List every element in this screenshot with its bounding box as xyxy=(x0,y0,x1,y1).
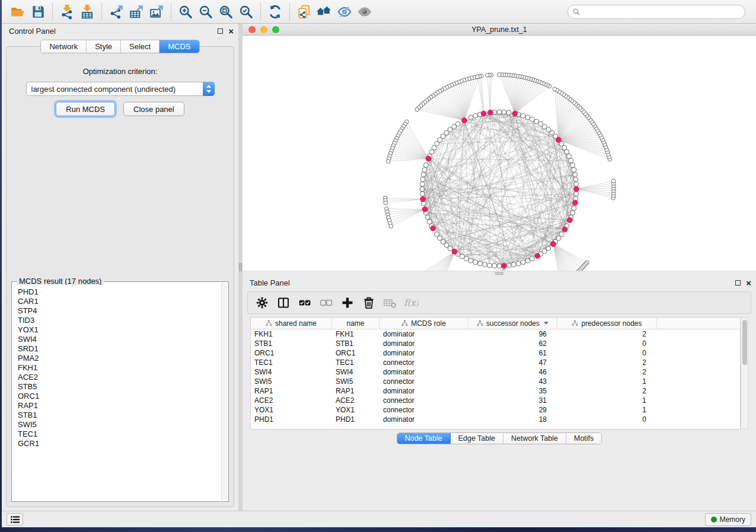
splitter-grip[interactable] xyxy=(239,263,242,271)
mcds-result-item[interactable]: SWI5 xyxy=(18,420,216,430)
table-row[interactable]: YOX1YOX1connector291 xyxy=(251,405,740,415)
table-cell[interactable]: SWI5 xyxy=(332,377,379,386)
mcds-result-item[interactable]: RAP1 xyxy=(18,401,216,411)
table-cell[interactable]: connector xyxy=(379,405,468,415)
mcds-result-item[interactable]: FKH1 xyxy=(18,363,216,373)
add-column-button[interactable] xyxy=(338,294,357,312)
open-file-button[interactable] xyxy=(8,3,28,21)
tab-edge-table[interactable]: Edge Table xyxy=(451,433,503,444)
table-cell[interactable]: 35 xyxy=(468,386,557,396)
float-panel-icon[interactable] xyxy=(735,280,741,286)
table-settings-button[interactable] xyxy=(253,294,272,312)
table-cell[interactable]: STB1 xyxy=(251,339,332,348)
network-view[interactable]: .cl{stroke:#b9b9b9;stroke-width:.6;opaci… xyxy=(243,36,756,271)
table-cell[interactable]: 2 xyxy=(557,386,657,396)
table-cell[interactable]: 62 xyxy=(468,339,557,348)
table-cell[interactable]: FKH1 xyxy=(332,329,379,339)
column-header-predecessor-nodes[interactable]: predecessor nodes xyxy=(557,318,657,329)
mcds-result-item[interactable]: PHD1 xyxy=(18,287,216,297)
task-history-button[interactable] xyxy=(7,513,23,525)
network-graph[interactable]: .cl{stroke:#b9b9b9;stroke-width:.6;opaci… xyxy=(243,36,756,271)
export-table-button[interactable] xyxy=(126,3,146,21)
table-row[interactable]: SWI5SWI5connector431 xyxy=(251,377,740,386)
table-cell[interactable]: 43 xyxy=(468,377,557,386)
table-cell[interactable]: 29 xyxy=(468,405,557,415)
table-cell[interactable]: dominator xyxy=(379,386,468,396)
close-panel-icon[interactable]: × xyxy=(746,280,751,287)
table-cell[interactable]: ORC1 xyxy=(251,348,332,358)
table-cell[interactable]: TEC1 xyxy=(332,358,379,367)
table-cell[interactable]: dominator xyxy=(379,329,468,339)
table-cell[interactable]: 1 xyxy=(557,396,657,405)
table-cell[interactable] xyxy=(657,329,741,339)
table-cell[interactable]: 0 xyxy=(557,339,657,348)
optimization-dropdown[interactable]: largest connected component (undirected) xyxy=(26,82,215,96)
show-all-button[interactable] xyxy=(355,3,375,21)
table-cell[interactable]: 2 xyxy=(557,329,657,339)
first-neighbors-button[interactable] xyxy=(314,3,334,21)
table-row[interactable]: FKH1FKH1dominator962 xyxy=(251,329,740,339)
table-cell[interactable]: SWI4 xyxy=(251,367,332,377)
zoom-selected-button[interactable] xyxy=(236,3,256,21)
delete-columns-button[interactable] xyxy=(359,294,378,312)
export-network-button[interactable] xyxy=(106,3,126,21)
mcds-result-item[interactable]: PMA2 xyxy=(18,354,216,363)
table-cell[interactable]: dominator xyxy=(379,415,468,424)
select-all-button[interactable] xyxy=(295,294,314,312)
table-cell[interactable]: dominator xyxy=(379,348,468,358)
run-mcds-button[interactable]: Run MCDS xyxy=(56,102,115,116)
table-cell[interactable]: TEC1 xyxy=(251,358,332,367)
deselect-all-button[interactable] xyxy=(317,294,336,312)
save-session-button[interactable] xyxy=(28,3,48,21)
mcds-result-item[interactable]: TEC1 xyxy=(18,430,216,439)
table-cell[interactable]: 18 xyxy=(468,415,557,424)
close-panel-button[interactable]: Close panel xyxy=(123,102,184,116)
tab-network[interactable]: Network xyxy=(41,40,87,53)
table-cell[interactable] xyxy=(657,386,741,396)
mcds-result-item[interactable]: GCR1 xyxy=(18,439,216,448)
table-cell[interactable]: SWI4 xyxy=(332,367,379,377)
column-header-shared-name[interactable]: shared name xyxy=(251,318,332,329)
mcds-list-scrollbar[interactable] xyxy=(221,283,227,500)
table-cell[interactable]: 0 xyxy=(557,415,657,424)
table-cell[interactable]: ACE2 xyxy=(332,396,379,405)
import-table-button[interactable] xyxy=(77,3,97,21)
table-cell[interactable]: RAP1 xyxy=(251,386,332,396)
table-cell[interactable]: dominator xyxy=(379,339,468,348)
hide-selected-button[interactable] xyxy=(334,3,355,21)
table-cell[interactable]: 96 xyxy=(468,329,557,339)
column-header-successor-nodes[interactable]: successor nodes xyxy=(468,318,557,329)
scrollbar-thumb[interactable] xyxy=(742,320,747,365)
mcds-result-item[interactable]: CAR1 xyxy=(18,297,216,306)
table-cell[interactable]: PHD1 xyxy=(251,415,332,424)
vertical-splitter[interactable] xyxy=(238,24,243,511)
table-cell[interactable]: 1 xyxy=(557,377,657,386)
table-row[interactable]: TEC1TEC1connector472 xyxy=(251,358,740,367)
table-cell[interactable] xyxy=(657,405,741,415)
search-input[interactable] xyxy=(567,5,745,19)
table-cell[interactable] xyxy=(657,367,741,377)
zoom-fit-button[interactable] xyxy=(216,3,236,21)
table-cell[interactable] xyxy=(657,415,741,424)
tab-select[interactable]: Select xyxy=(121,40,160,53)
table-cell[interactable] xyxy=(657,377,741,386)
tab-mcds[interactable]: MCDS xyxy=(160,40,199,53)
zoom-in-button[interactable] xyxy=(176,3,196,21)
table-cell[interactable] xyxy=(657,396,741,405)
memory-button[interactable]: Memory xyxy=(705,513,751,526)
table-cell[interactable]: RAP1 xyxy=(332,386,379,396)
table-cell[interactable]: connector xyxy=(379,358,468,367)
table-row[interactable]: RAP1RAP1dominator352 xyxy=(251,386,740,396)
float-panel-icon[interactable] xyxy=(218,28,223,34)
mcds-result-item[interactable]: STP4 xyxy=(18,306,216,316)
table-row[interactable]: PHD1PHD1dominator180 xyxy=(251,415,740,424)
mcds-result-item[interactable]: STB1 xyxy=(18,411,216,420)
export-image-button[interactable] xyxy=(146,3,167,21)
table-cell[interactable]: 61 xyxy=(468,348,557,358)
table-cell[interactable]: 46 xyxy=(468,367,557,377)
table-cell[interactable]: 1 xyxy=(557,405,657,415)
splitter-grip[interactable] xyxy=(495,272,503,275)
toggle-panel-layout-button[interactable] xyxy=(274,294,293,312)
table-row[interactable]: SWI4SWI4dominator462 xyxy=(251,367,740,377)
mcds-result-item[interactable]: SWI4 xyxy=(18,335,216,344)
